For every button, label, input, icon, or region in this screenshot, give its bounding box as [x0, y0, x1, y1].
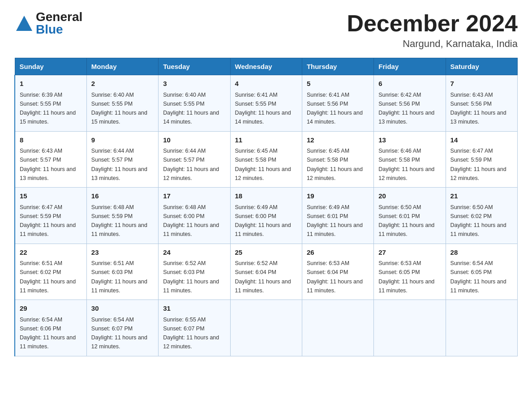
day-cell	[374, 300, 446, 356]
day-info: Sunrise: 6:54 AMSunset: 6:06 PMDaylight:…	[20, 317, 76, 350]
calendar-table: Sunday Monday Tuesday Wednesday Thursday…	[14, 58, 518, 356]
day-info: Sunrise: 6:40 AMSunset: 5:55 PMDaylight:…	[163, 92, 219, 125]
day-number: 4	[235, 79, 297, 89]
day-info: Sunrise: 6:48 AMSunset: 6:00 PMDaylight:…	[163, 204, 219, 238]
day-number: 10	[163, 135, 225, 146]
day-cell	[230, 300, 302, 356]
day-info: Sunrise: 6:41 AMSunset: 5:55 PMDaylight:…	[235, 92, 291, 125]
day-cell: 2Sunrise: 6:40 AMSunset: 5:55 PMDaylight…	[86, 75, 158, 132]
day-cell: 31Sunrise: 6:55 AMSunset: 6:07 PMDayligh…	[159, 300, 230, 356]
logo-general-text: General	[36, 11, 82, 23]
day-info: Sunrise: 6:42 AMSunset: 5:56 PMDaylight:…	[378, 92, 434, 125]
day-number: 3	[163, 79, 225, 89]
day-cell: 23Sunrise: 6:51 AMSunset: 6:03 PMDayligh…	[86, 244, 158, 300]
col-thursday: Thursday	[302, 58, 373, 75]
day-number: 23	[91, 248, 154, 258]
day-cell: 15Sunrise: 6:47 AMSunset: 5:59 PMDayligh…	[15, 188, 86, 244]
day-info: Sunrise: 6:49 AMSunset: 6:00 PMDaylight:…	[235, 204, 291, 238]
day-number: 24	[163, 248, 225, 258]
day-info: Sunrise: 6:47 AMSunset: 5:59 PMDaylight:…	[450, 148, 506, 181]
week-row-5: 29Sunrise: 6:54 AMSunset: 6:06 PMDayligh…	[15, 300, 518, 356]
title-block: December 2024 Nargund, Karnataka, India	[347, 11, 518, 50]
day-cell: 30Sunrise: 6:54 AMSunset: 6:07 PMDayligh…	[86, 300, 158, 356]
day-info: Sunrise: 6:52 AMSunset: 6:04 PMDaylight:…	[235, 260, 291, 294]
day-info: Sunrise: 6:50 AMSunset: 6:01 PMDaylight:…	[378, 204, 434, 238]
day-cell: 25Sunrise: 6:52 AMSunset: 6:04 PMDayligh…	[230, 244, 302, 300]
day-number: 15	[20, 191, 82, 201]
day-info: Sunrise: 6:54 AMSunset: 6:07 PMDaylight:…	[91, 317, 147, 350]
day-info: Sunrise: 6:39 AMSunset: 5:55 PMDaylight:…	[20, 92, 76, 125]
day-info: Sunrise: 6:51 AMSunset: 6:03 PMDaylight:…	[91, 260, 147, 294]
day-number: 16	[91, 191, 154, 201]
svg-marker-0	[16, 16, 32, 31]
day-number: 2	[91, 79, 154, 89]
col-tuesday: Tuesday	[159, 58, 230, 75]
day-cell	[302, 300, 373, 356]
day-cell: 29Sunrise: 6:54 AMSunset: 6:06 PMDayligh…	[15, 300, 86, 356]
day-info: Sunrise: 6:44 AMSunset: 5:57 PMDaylight:…	[91, 148, 147, 181]
calendar-header-row: Sunday Monday Tuesday Wednesday Thursday…	[15, 58, 518, 75]
day-number: 18	[235, 191, 297, 201]
day-number: 14	[450, 135, 513, 146]
day-cell: 5Sunrise: 6:41 AMSunset: 5:56 PMDaylight…	[302, 75, 373, 132]
day-info: Sunrise: 6:54 AMSunset: 6:05 PMDaylight:…	[450, 260, 506, 294]
day-number: 6	[378, 79, 441, 89]
day-cell: 7Sunrise: 6:43 AMSunset: 5:56 PMDaylight…	[446, 75, 517, 132]
day-info: Sunrise: 6:51 AMSunset: 6:02 PMDaylight:…	[20, 260, 76, 294]
day-cell: 14Sunrise: 6:47 AMSunset: 5:59 PMDayligh…	[446, 131, 517, 188]
day-cell: 8Sunrise: 6:43 AMSunset: 5:57 PMDaylight…	[15, 131, 86, 188]
day-number: 5	[307, 79, 369, 89]
day-number: 22	[20, 248, 82, 258]
day-number: 20	[378, 191, 441, 201]
col-wednesday: Wednesday	[230, 58, 302, 75]
col-friday: Friday	[374, 58, 446, 75]
day-cell: 3Sunrise: 6:40 AMSunset: 5:55 PMDaylight…	[159, 75, 230, 132]
day-cell: 21Sunrise: 6:50 AMSunset: 6:02 PMDayligh…	[446, 188, 517, 244]
logo: General Blue	[14, 11, 82, 36]
day-cell: 17Sunrise: 6:48 AMSunset: 6:00 PMDayligh…	[159, 188, 230, 244]
day-info: Sunrise: 6:46 AMSunset: 5:58 PMDaylight:…	[378, 148, 434, 181]
day-cell: 20Sunrise: 6:50 AMSunset: 6:01 PMDayligh…	[374, 188, 446, 244]
logo-blue-text: Blue	[36, 23, 82, 36]
day-info: Sunrise: 6:50 AMSunset: 6:02 PMDaylight:…	[450, 204, 506, 238]
week-row-1: 1Sunrise: 6:39 AMSunset: 5:55 PMDaylight…	[15, 75, 518, 132]
day-cell: 19Sunrise: 6:49 AMSunset: 6:01 PMDayligh…	[302, 188, 373, 244]
day-cell: 1Sunrise: 6:39 AMSunset: 5:55 PMDaylight…	[15, 75, 86, 132]
day-number: 11	[235, 135, 297, 146]
day-cell: 6Sunrise: 6:42 AMSunset: 5:56 PMDaylight…	[374, 75, 446, 132]
location-subtitle: Nargund, Karnataka, India	[347, 38, 518, 50]
day-info: Sunrise: 6:41 AMSunset: 5:56 PMDaylight:…	[307, 92, 363, 125]
day-number: 7	[450, 79, 513, 89]
week-row-2: 8Sunrise: 6:43 AMSunset: 5:57 PMDaylight…	[15, 131, 518, 188]
day-info: Sunrise: 6:43 AMSunset: 5:56 PMDaylight:…	[450, 92, 506, 125]
day-number: 29	[20, 304, 82, 314]
week-row-3: 15Sunrise: 6:47 AMSunset: 5:59 PMDayligh…	[15, 188, 518, 244]
day-info: Sunrise: 6:52 AMSunset: 6:03 PMDaylight:…	[163, 260, 219, 294]
day-cell: 24Sunrise: 6:52 AMSunset: 6:03 PMDayligh…	[159, 244, 230, 300]
day-number: 31	[163, 304, 225, 314]
day-number: 12	[307, 135, 369, 146]
day-cell: 10Sunrise: 6:44 AMSunset: 5:57 PMDayligh…	[159, 131, 230, 188]
day-number: 27	[378, 248, 441, 258]
day-number: 17	[163, 191, 225, 201]
day-number: 30	[91, 304, 154, 314]
day-info: Sunrise: 6:40 AMSunset: 5:55 PMDaylight:…	[91, 92, 147, 125]
day-cell: 4Sunrise: 6:41 AMSunset: 5:55 PMDaylight…	[230, 75, 302, 132]
week-row-4: 22Sunrise: 6:51 AMSunset: 6:02 PMDayligh…	[15, 244, 518, 300]
day-number: 1	[20, 79, 82, 89]
day-cell: 11Sunrise: 6:45 AMSunset: 5:58 PMDayligh…	[230, 131, 302, 188]
col-monday: Monday	[86, 58, 158, 75]
day-cell: 28Sunrise: 6:54 AMSunset: 6:05 PMDayligh…	[446, 244, 517, 300]
day-number: 13	[378, 135, 441, 146]
day-cell: 9Sunrise: 6:44 AMSunset: 5:57 PMDaylight…	[86, 131, 158, 188]
day-info: Sunrise: 6:44 AMSunset: 5:57 PMDaylight:…	[163, 148, 219, 181]
day-cell	[446, 300, 517, 356]
day-info: Sunrise: 6:48 AMSunset: 5:59 PMDaylight:…	[91, 204, 147, 238]
day-number: 26	[307, 248, 369, 258]
day-number: 19	[307, 191, 369, 201]
day-info: Sunrise: 6:47 AMSunset: 5:59 PMDaylight:…	[20, 204, 76, 238]
day-cell: 16Sunrise: 6:48 AMSunset: 5:59 PMDayligh…	[86, 188, 158, 244]
day-info: Sunrise: 6:55 AMSunset: 6:07 PMDaylight:…	[163, 317, 219, 350]
day-cell: 26Sunrise: 6:53 AMSunset: 6:04 PMDayligh…	[302, 244, 373, 300]
day-number: 25	[235, 248, 297, 258]
